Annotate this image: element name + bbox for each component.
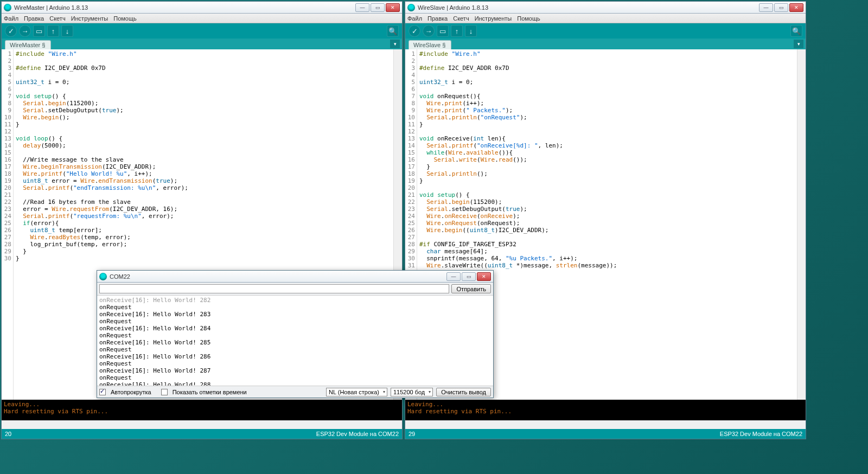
verify-button[interactable]: ✓ bbox=[5, 25, 17, 37]
tab-dropdown[interactable]: ▾ bbox=[390, 40, 400, 48]
vertical-scrollbar[interactable] bbox=[797, 49, 806, 400]
save-button[interactable]: ↓ bbox=[465, 25, 477, 37]
new-button[interactable]: ▭ bbox=[437, 25, 449, 37]
clear-output-button[interactable]: Очистить вывод bbox=[436, 388, 491, 396]
arduino-icon bbox=[4, 4, 11, 11]
menubar: Файл Правка Скетч Инструменты Помощь bbox=[405, 14, 806, 23]
titlebar[interactable]: WireSlave | Arduino 1.8.13 — ▭ ✕ bbox=[405, 2, 806, 14]
statusbar: 29 ESP32 Dev Module на COM22 bbox=[405, 429, 806, 439]
menubar: Файл Правка Скетч Инструменты Помощь bbox=[2, 14, 402, 23]
menu-edit[interactable]: Правка bbox=[24, 15, 44, 22]
arduino-icon bbox=[407, 4, 415, 11]
menu-file[interactable]: Файл bbox=[4, 15, 18, 22]
status-board: ESP32 Dev Module на COM22 bbox=[316, 431, 399, 437]
tab-dropdown[interactable]: ▾ bbox=[794, 40, 803, 48]
status-line: 20 bbox=[5, 431, 11, 437]
title-text: WireSlave | Arduino 1.8.13 bbox=[418, 4, 759, 11]
menu-tools[interactable]: Инструменты bbox=[71, 15, 108, 22]
close-button[interactable]: ✕ bbox=[477, 272, 491, 281]
line-ending-select[interactable]: NL (Новая строка) bbox=[326, 388, 387, 396]
console: Leaving... Hard resetting via RTS pin... bbox=[2, 400, 402, 420]
new-button[interactable]: ▭ bbox=[33, 25, 45, 37]
verify-button[interactable]: ✓ bbox=[409, 25, 420, 37]
open-button[interactable]: ↑ bbox=[451, 25, 463, 37]
menu-tools[interactable]: Инструменты bbox=[475, 15, 512, 22]
open-button[interactable]: ↑ bbox=[47, 25, 59, 37]
tab-wireslave[interactable]: WireSlave § bbox=[409, 40, 451, 49]
toolbar: ✓ → ▭ ↑ ↓ 🔍 bbox=[405, 23, 806, 39]
titlebar[interactable]: COM22 — ▭ ✕ bbox=[97, 271, 493, 283]
toolbar: ✓ → ▭ ↑ ↓ 🔍 bbox=[2, 23, 402, 39]
status-line: 29 bbox=[409, 431, 415, 437]
upload-button[interactable]: → bbox=[19, 25, 31, 37]
close-button[interactable]: ✕ bbox=[386, 3, 400, 12]
menu-sketch[interactable]: Скетч bbox=[49, 15, 65, 22]
title-text: WireMaster | Arduino 1.8.13 bbox=[14, 4, 355, 11]
minimize-button[interactable]: — bbox=[355, 3, 369, 12]
minimize-button[interactable]: — bbox=[759, 3, 773, 12]
menu-sketch[interactable]: Скетч bbox=[453, 15, 469, 22]
autoscroll-checkbox[interactable] bbox=[99, 389, 106, 395]
serial-monitor: COM22 — ▭ ✕ Отправить onReceive[16]: Hel… bbox=[97, 270, 494, 398]
serial-monitor-button[interactable]: 🔍 bbox=[790, 25, 802, 37]
menu-help[interactable]: Помощь bbox=[517, 15, 540, 22]
statusbar: 20 ESP32 Dev Module на COM22 bbox=[2, 429, 402, 439]
serial-send-bar: Отправить bbox=[97, 283, 493, 296]
menu-edit[interactable]: Правка bbox=[427, 15, 448, 22]
title-text: COM22 bbox=[110, 273, 446, 280]
titlebar[interactable]: WireMaster | Arduino 1.8.13 — ▭ ✕ bbox=[2, 2, 402, 14]
horizontal-scrollbar[interactable] bbox=[2, 420, 402, 429]
close-button[interactable]: ✕ bbox=[789, 3, 803, 12]
line-gutter: 1234567891011121314151617181920212223242… bbox=[2, 49, 14, 400]
maximize-button[interactable]: ▭ bbox=[462, 272, 476, 281]
menu-file[interactable]: Файл bbox=[407, 15, 422, 22]
status-board: ESP32 Dev Module на COM22 bbox=[720, 431, 802, 437]
serial-bottom-bar: Автопрокрутка Показать отметки времени N… bbox=[97, 386, 493, 398]
tab-wiremaster[interactable]: WireMaster § bbox=[5, 40, 51, 49]
timestamps-checkbox[interactable] bbox=[161, 389, 168, 395]
baud-select[interactable]: 115200 бод bbox=[391, 388, 433, 396]
tabbar: WireMaster § ▾ bbox=[2, 39, 402, 49]
serial-send-button[interactable]: Отправить bbox=[451, 284, 491, 293]
maximize-button[interactable]: ▭ bbox=[371, 3, 385, 12]
serial-output[interactable]: onReceive[16]: Hello World! 282onRequest… bbox=[97, 296, 493, 386]
tabbar: WireSlave § ▾ bbox=[405, 39, 806, 49]
save-button[interactable]: ↓ bbox=[61, 25, 73, 37]
minimize-button[interactable]: — bbox=[446, 272, 461, 281]
console: Leaving... Hard resetting via RTS pin... bbox=[405, 400, 806, 420]
autoscroll-label: Автопрокрутка bbox=[111, 389, 151, 395]
serial-input[interactable] bbox=[99, 284, 449, 293]
arduino-icon bbox=[99, 273, 107, 280]
serial-monitor-button[interactable]: 🔍 bbox=[387, 25, 399, 37]
upload-button[interactable]: → bbox=[423, 25, 435, 37]
menu-help[interactable]: Помощь bbox=[113, 15, 137, 22]
horizontal-scrollbar[interactable] bbox=[405, 420, 806, 429]
maximize-button[interactable]: ▭ bbox=[774, 3, 788, 12]
timestamps-label: Показать отметки времени bbox=[173, 389, 247, 395]
